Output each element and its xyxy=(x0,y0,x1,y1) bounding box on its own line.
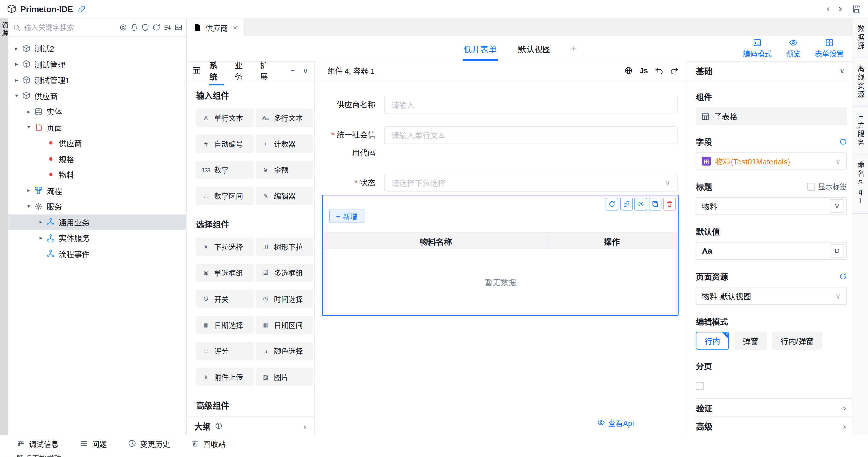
settings-button[interactable] xyxy=(634,198,647,211)
palette-item[interactable]: ☆评分 xyxy=(196,342,253,360)
palette-item[interactable]: ☑多选框组 xyxy=(256,264,313,282)
palette-menu-icon[interactable]: ≡ xyxy=(290,66,295,74)
chevron-down-icon[interactable]: ∨ xyxy=(839,66,845,74)
palette-item[interactable]: A单行文本 xyxy=(196,109,253,127)
tree-item[interactable]: ▸实体 xyxy=(8,103,186,119)
palette-item[interactable]: ±计数器 xyxy=(256,135,313,153)
palette-tab[interactable]: 系统 xyxy=(209,56,224,86)
undo-icon[interactable] xyxy=(655,66,663,74)
edit-mode-inline-button[interactable]: 行内 xyxy=(696,332,729,349)
palette-collapse-icon[interactable]: ∨ xyxy=(303,66,308,74)
default-value-data-button[interactable]: D xyxy=(830,244,844,257)
palette-item[interactable]: 123数字 xyxy=(196,160,253,179)
social-credit-code-input[interactable]: 请输入单行文本 xyxy=(384,126,678,144)
chevron-right-icon[interactable]: ▸ xyxy=(24,187,33,193)
tree-item[interactable]: ▾服务 xyxy=(8,198,186,214)
default-value-input[interactable]: Aa D xyxy=(696,242,847,260)
js-button[interactable]: Js xyxy=(640,66,648,74)
palette-tab[interactable]: 扩展 xyxy=(259,56,275,86)
tree-item[interactable]: ▾供应商 xyxy=(8,88,186,103)
refresh-icon[interactable] xyxy=(152,23,160,32)
refresh-icon[interactable] xyxy=(839,272,847,280)
title-variable-button[interactable]: V xyxy=(830,200,844,213)
palette-item[interactable]: #自动编号 xyxy=(196,135,253,153)
locate-icon[interactable] xyxy=(119,23,127,32)
show-label-checkbox[interactable] xyxy=(807,182,815,190)
link-icon[interactable] xyxy=(78,5,86,13)
chevron-down-icon[interactable]: ▾ xyxy=(24,124,33,130)
editor-tab-supplier[interactable]: 供应商 × xyxy=(187,18,244,36)
chevron-right-icon[interactable]: ▸ xyxy=(24,108,33,114)
tree-item[interactable]: ▾页面 xyxy=(8,119,186,135)
rail-item-thirdparty[interactable]: 三方服务 xyxy=(853,106,868,154)
shield-icon[interactable] xyxy=(141,23,149,32)
preview-button[interactable]: 预览 xyxy=(786,38,800,59)
problems-button[interactable]: 问题 xyxy=(80,438,107,449)
palette-item[interactable]: ¥金额 xyxy=(256,160,313,179)
debug-info-button[interactable]: 调试信息 xyxy=(17,438,59,449)
export-icon[interactable] xyxy=(175,23,183,32)
chevron-right-icon[interactable]: › xyxy=(303,421,306,431)
globe-icon[interactable] xyxy=(624,66,632,74)
nav-forward-icon[interactable]: › xyxy=(839,3,842,14)
palette-item[interactable]: ⊞树形下拉 xyxy=(256,238,313,256)
tree-item[interactable]: ▸测试2 xyxy=(8,40,186,56)
tree-item[interactable]: ▸测试管理1 xyxy=(8,72,186,88)
palette-item[interactable]: ↔数字区间 xyxy=(196,187,253,205)
form-settings-button[interactable]: 表单设置 xyxy=(815,38,844,59)
tab-default-view[interactable]: 默认视图 xyxy=(517,36,552,61)
section-validation[interactable]: 验证 › xyxy=(696,398,852,416)
chevron-right-icon[interactable]: ▸ xyxy=(36,235,45,241)
save-icon[interactable] xyxy=(852,4,861,14)
bell-icon[interactable] xyxy=(130,23,138,32)
edit-mode-inline-dialog-button[interactable]: 行内/弹窗 xyxy=(772,332,822,349)
tree-item[interactable]: ▸流程 xyxy=(8,182,186,198)
tree-item[interactable]: ▸测试管理 xyxy=(8,56,186,72)
palette-tab[interactable]: 业务 xyxy=(234,56,250,86)
view-api-link[interactable]: 查看Api xyxy=(597,417,634,428)
tree-item[interactable]: 规格 xyxy=(8,151,186,166)
chevron-right-icon[interactable]: ▸ xyxy=(12,61,21,67)
status-select[interactable]: 请选择下拉选择 ∨ xyxy=(384,174,678,191)
recycle-bin-button[interactable]: 回收站 xyxy=(191,438,226,449)
palette-item[interactable]: ◑颜色选择 xyxy=(256,342,313,360)
tree-item[interactable]: 流程事件 xyxy=(8,246,186,262)
chevron-down-icon[interactable]: ▾ xyxy=(24,203,33,209)
copy-button[interactable] xyxy=(649,198,661,211)
outline-bar[interactable]: 大纲 › xyxy=(187,417,314,435)
close-icon[interactable]: × xyxy=(233,23,238,32)
palette-item[interactable]: ▦日期区间 xyxy=(256,315,313,334)
selected-subtable-component[interactable]: + 新增 物料名称 操作 暂无数据 xyxy=(322,195,678,316)
edit-mode-dialog-button[interactable]: 弹窗 xyxy=(735,332,767,349)
sync-button[interactable] xyxy=(606,198,618,211)
palette-item[interactable]: ◷时间选择 xyxy=(256,290,313,308)
supplier-name-input[interactable]: 请输入 xyxy=(384,96,678,114)
add-row-button[interactable]: + 新增 xyxy=(329,209,364,223)
chevron-right-icon[interactable]: ▸ xyxy=(12,45,21,51)
palette-item[interactable]: A≡多行文本 xyxy=(256,109,313,127)
search-input[interactable] xyxy=(23,23,117,32)
properties-header[interactable]: 基础 ∨ xyxy=(687,61,852,81)
tree-item[interactable]: 物料 xyxy=(8,166,186,182)
code-mode-button[interactable]: 编码模式 xyxy=(743,38,772,59)
field-select[interactable]: 田 物料(Test01Materials) ∨ xyxy=(696,152,847,170)
rail-item-namedsql[interactable]: 命名Sql xyxy=(853,154,868,213)
page-resource-select[interactable]: 物料-默认视图 ∨ xyxy=(696,287,847,305)
bind-button[interactable] xyxy=(620,198,633,211)
delete-button[interactable] xyxy=(663,198,676,211)
palette-item[interactable]: ◉单选框组 xyxy=(196,264,253,282)
rail-item-offline[interactable]: 离线资源 xyxy=(853,58,868,106)
palette-item[interactable]: ⇧附件上传 xyxy=(196,368,253,386)
tree-item[interactable]: ▸实体服务 xyxy=(8,230,186,245)
chevron-right-icon[interactable]: ▸ xyxy=(36,219,45,225)
chevron-down-icon[interactable]: ▾ xyxy=(12,93,21,99)
rail-item-datasource[interactable]: 数据源 xyxy=(853,18,868,58)
chevron-right-icon[interactable]: ▸ xyxy=(12,77,21,83)
palette-item[interactable]: ▾下拉选择 xyxy=(196,238,253,256)
add-view-button[interactable]: + xyxy=(571,43,577,54)
redo-icon[interactable] xyxy=(670,66,678,74)
palette-item[interactable]: ✎编辑器 xyxy=(256,187,313,205)
section-advanced[interactable]: 高级 › xyxy=(696,417,852,435)
palette-item[interactable]: ▨图片 xyxy=(256,368,313,386)
pagination-checkbox[interactable] xyxy=(696,382,704,390)
